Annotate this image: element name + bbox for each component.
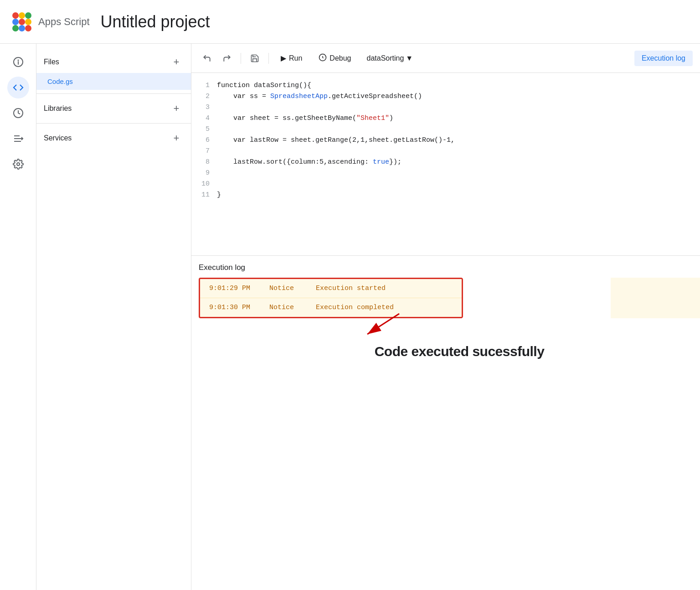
services-label: Services (44, 134, 72, 142)
logo-area: Apps Script (11, 11, 90, 33)
code-gs-file[interactable]: Code.gs (36, 73, 191, 90)
log-message-1: Execution started (316, 285, 453, 292)
svg-point-6 (12, 25, 19, 31)
sidebar: Files + Code.gs Libraries + Services + (36, 44, 191, 590)
toolbar: ▶ Run Debug dataSorting ▼ Execution log (191, 44, 700, 73)
log-level-2: Notice (269, 304, 301, 311)
exec-log-section: Execution log 9:01:29 PM Notice Executio… (191, 255, 700, 367)
app-header: Apps Script Untitled project (0, 0, 700, 44)
files-section-header[interactable]: Files + (36, 51, 191, 73)
line-numbers: 1 2 3 4 5 6 7 8 9 10 11 (191, 80, 217, 248)
chevron-down-icon: ▼ (406, 54, 413, 62)
debug-icon (319, 53, 327, 63)
run-button[interactable]: ▶ Run (274, 50, 309, 66)
log-level-1: Notice (269, 285, 301, 292)
redo-button[interactable] (219, 50, 235, 67)
main-layout: Files + Code.gs Libraries + Services + (0, 44, 700, 590)
svg-point-5 (25, 19, 31, 25)
toolbar-divider-1 (241, 53, 241, 64)
function-name: dataSorting (367, 54, 404, 62)
sidebar-divider-1 (36, 93, 191, 94)
nav-editor-icon[interactable] (7, 77, 29, 98)
code-content: function dataSorting(){ var ss = Spreads… (217, 80, 700, 248)
libraries-label: Libraries (44, 104, 72, 113)
debug-label: Debug (329, 54, 351, 62)
debug-button[interactable]: Debug (312, 50, 357, 67)
sidebar-divider-2 (36, 123, 191, 124)
log-time-1: 9:01:29 PM (209, 285, 255, 292)
undo-button[interactable] (199, 50, 215, 67)
svg-point-2 (25, 12, 31, 19)
run-label: Run (289, 54, 302, 62)
add-file-button[interactable]: + (169, 55, 184, 69)
editor-area: ▶ Run Debug dataSorting ▼ Execution log (191, 44, 700, 590)
red-arrow-icon (354, 309, 408, 346)
svg-point-4 (19, 19, 25, 25)
log-time-2: 9:01:30 PM (209, 304, 255, 311)
nav-triggers-icon[interactable] (7, 102, 29, 124)
nav-settings-icon[interactable] (7, 153, 29, 175)
apps-script-logo (11, 11, 33, 33)
app-name-label: Apps Script (38, 16, 90, 28)
add-library-button[interactable]: + (169, 101, 184, 116)
exec-log-title: Execution log (199, 263, 693, 272)
svg-point-8 (25, 25, 31, 31)
svg-point-16 (17, 163, 20, 166)
function-selector[interactable]: dataSorting ▼ (361, 52, 419, 65)
log-entries-box: 9:01:29 PM Notice Execution started 9:01… (199, 278, 463, 318)
nav-executions-icon[interactable] (7, 128, 29, 150)
log-entries-wrapper: 9:01:29 PM Notice Execution started 9:01… (199, 278, 693, 318)
svg-point-0 (12, 12, 19, 19)
save-button[interactable] (247, 50, 263, 67)
add-service-button[interactable]: + (169, 131, 184, 145)
files-label: Files (44, 58, 59, 66)
icon-nav (0, 44, 36, 590)
execution-log-button[interactable]: Execution log (634, 51, 693, 66)
project-title[interactable]: Untitled project (101, 12, 210, 31)
log-entry-2: 9:01:30 PM Notice Execution completed (200, 298, 462, 317)
svg-point-7 (19, 25, 25, 31)
run-icon: ▶ (281, 54, 286, 62)
svg-point-1 (19, 12, 25, 19)
log-entry-1: 9:01:29 PM Notice Execution started (200, 279, 462, 298)
nav-info-icon[interactable] (7, 51, 29, 73)
code-editor[interactable]: 1 2 3 4 5 6 7 8 9 10 11 function dataSor… (191, 73, 700, 255)
success-annotation: Code executed sucessfully (199, 344, 693, 359)
svg-point-3 (12, 19, 19, 25)
services-section-header[interactable]: Services + (36, 127, 191, 149)
libraries-section-header[interactable]: Libraries + (36, 98, 191, 119)
toolbar-divider-2 (268, 53, 269, 64)
svg-line-19 (367, 314, 399, 334)
